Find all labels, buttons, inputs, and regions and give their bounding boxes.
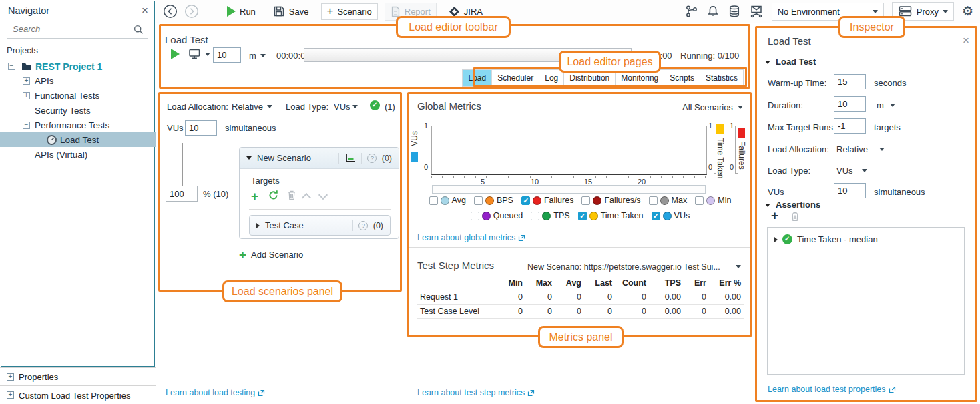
save-button[interactable]: Save <box>268 3 314 20</box>
help-icon[interactable] <box>358 221 368 230</box>
vus-input-inspector[interactable] <box>834 183 866 198</box>
learn-test-step-metrics-link[interactable]: Learn about test step metrics <box>417 388 535 397</box>
chevron-down-icon[interactable] <box>736 265 741 268</box>
checkbox[interactable] <box>652 212 660 220</box>
help-icon[interactable] <box>367 154 377 163</box>
chart-scrollbar[interactable] <box>432 185 706 194</box>
collapse-icon[interactable] <box>765 204 770 207</box>
rerun-targets-icon[interactable] <box>268 190 280 201</box>
inspector-close-icon[interactable]: × <box>963 36 969 45</box>
learn-load-testing-link[interactable]: Learn about load testing <box>166 388 265 397</box>
properties-section[interactable]: Properties <box>0 367 156 385</box>
tree-item-security-tests[interactable]: Security Tests <box>0 104 156 118</box>
checkbox[interactable] <box>429 196 438 205</box>
expand-icon[interactable] <box>23 77 30 85</box>
vus-input[interactable] <box>185 120 217 136</box>
legend-time-taken: Time Taken <box>578 211 644 220</box>
custom-properties-section[interactable]: Custom Load Test Properties <box>0 385 156 404</box>
run-load-test-button[interactable] <box>171 49 180 59</box>
add-scenario-link[interactable]: + Add Scenario <box>239 250 303 260</box>
load-type-value[interactable]: VUs <box>334 102 350 112</box>
agents-dropdown[interactable] <box>188 49 210 60</box>
move-up-icon[interactable] <box>302 193 311 202</box>
search-icon[interactable] <box>134 25 144 35</box>
expand-icon[interactable] <box>23 92 30 99</box>
tree-item-apis[interactable]: APIs <box>0 74 156 88</box>
chevron-down-icon <box>943 10 948 13</box>
table-row[interactable]: Test Case Level 0 0 0 0 0 0.00 0 0.00 <box>417 305 744 319</box>
y-tick-right: 1 <box>708 122 712 130</box>
database-icon[interactable] <box>728 5 741 18</box>
scenario-scope-value[interactable]: New Scenario: https://petstore.swagger.i… <box>527 262 720 272</box>
checkbox[interactable] <box>578 212 587 220</box>
checkbox[interactable] <box>695 196 704 205</box>
tab-statistics[interactable]: Statistics <box>700 69 744 87</box>
assertion-item[interactable]: Time Taken - median <box>768 228 964 251</box>
back-icon[interactable] <box>163 4 178 19</box>
load-type-value[interactable]: VUs <box>836 166 853 176</box>
settings-gear-icon[interactable]: ⚙ <box>962 5 973 17</box>
panel-splitter[interactable] <box>405 91 405 404</box>
chart-icon[interactable] <box>344 154 356 163</box>
learn-global-metrics-link[interactable]: Learn about global metrics <box>417 233 525 242</box>
add-assertion-icon[interactable]: + <box>771 210 778 221</box>
run-button[interactable]: Run <box>222 3 261 19</box>
search-input[interactable] <box>11 23 132 35</box>
delete-assertion-icon[interactable] <box>790 211 800 222</box>
checkbox[interactable] <box>474 196 483 205</box>
checkbox[interactable] <box>649 196 658 205</box>
notifications-bell-icon[interactable] <box>706 5 720 18</box>
tree-item-performance-tests[interactable]: Performance Tests <box>0 118 156 132</box>
collapse-icon[interactable] <box>8 63 15 70</box>
tree-item-project[interactable]: REST Project 1 <box>0 59 156 73</box>
plus-icon <box>327 7 334 17</box>
forward-icon[interactable] <box>184 4 199 19</box>
delete-target-icon[interactable] <box>287 190 296 200</box>
chevron-down-icon[interactable] <box>267 105 272 108</box>
table-row[interactable]: Request 1 0 0 0 0 0 0.00 0 0.00 <box>417 290 744 305</box>
expand-icon[interactable] <box>7 373 14 381</box>
chevron-down-icon[interactable] <box>260 54 266 57</box>
chevron-down-icon[interactable] <box>738 106 743 109</box>
field-suffix[interactable]: m <box>877 100 884 110</box>
tab-log[interactable]: Log <box>539 69 564 87</box>
duration-unit[interactable]: m <box>249 51 256 61</box>
expand-icon[interactable] <box>774 237 778 242</box>
duration-input-inspector[interactable] <box>834 96 866 112</box>
tree-item-apis-virtual[interactable]: APIs (Virtual) <box>0 148 156 162</box>
max-target-runs-input[interactable] <box>834 118 866 134</box>
chevron-down-icon[interactable] <box>879 148 885 151</box>
collapse-icon[interactable] <box>23 122 30 129</box>
load-allocation-value[interactable]: Relative <box>232 102 263 112</box>
move-down-icon[interactable] <box>318 190 328 200</box>
navigator-close-icon[interactable]: × <box>142 6 148 15</box>
add-target-icon[interactable]: + <box>251 192 258 201</box>
scenario-card-header[interactable]: New Scenario (0) <box>240 148 399 169</box>
tab-load[interactable]: Load <box>462 69 492 87</box>
chevron-down-icon[interactable] <box>352 105 358 108</box>
learn-load-test-properties-link[interactable]: Learn about load test properties <box>768 385 896 394</box>
checkbox[interactable] <box>531 212 539 220</box>
warm-up-time-input[interactable] <box>834 74 866 89</box>
chevron-down-icon[interactable] <box>890 104 895 107</box>
checkbox[interactable] <box>471 212 479 220</box>
chevron-down-icon[interactable] <box>862 169 867 172</box>
share-results-icon[interactable] <box>749 5 764 18</box>
percent-input[interactable] <box>166 186 198 202</box>
test-case-card[interactable]: Test Case (0) <box>249 215 391 236</box>
add-scenario-button[interactable]: Scenario <box>321 3 378 20</box>
tree-item-load-test[interactable]: Load Test <box>0 132 156 147</box>
git-branch-icon[interactable] <box>685 5 698 18</box>
collapse-icon[interactable] <box>246 156 252 160</box>
scenario-scope-value[interactable]: All Scenarios <box>682 102 733 112</box>
expand-icon[interactable] <box>256 223 260 228</box>
tab-scripts[interactable]: Scripts <box>664 69 700 87</box>
duration-input[interactable] <box>213 47 241 63</box>
expand-icon[interactable] <box>7 391 14 399</box>
load-allocation-value[interactable]: Relative <box>836 144 868 154</box>
checkbox[interactable] <box>521 196 530 205</box>
checkbox[interactable] <box>581 196 590 205</box>
tree-item-functional-tests[interactable]: Functional Tests <box>0 89 156 103</box>
tab-scheduler[interactable]: Scheduler <box>492 69 539 87</box>
collapse-icon[interactable] <box>765 61 770 64</box>
